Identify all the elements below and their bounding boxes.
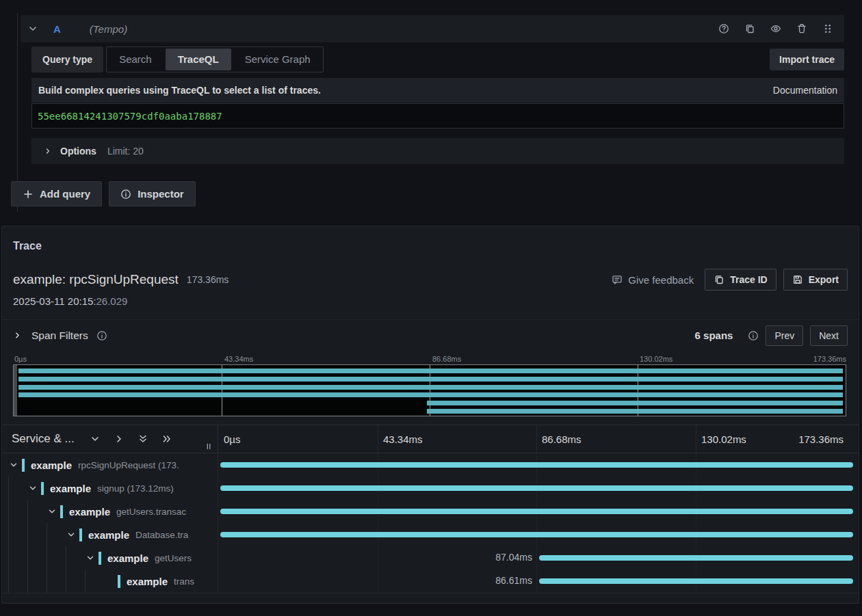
operation-name: rpcSignUpRequest (173. (78, 460, 179, 470)
next-span-button[interactable]: Next (810, 325, 848, 346)
column-resize-handle[interactable] (204, 442, 213, 451)
timeline-tick: 0µs (224, 433, 241, 445)
trace-timestamp: 2025-03-11 20:15:26.029 (13, 295, 127, 307)
span-name-cell[interactable]: example trans (2, 570, 218, 593)
span-bar-cell[interactable]: 86.61ms (218, 570, 859, 593)
service-name: example (50, 483, 91, 494)
trace-header: example: rpcSignUpRequest 173.36ms Give … (13, 267, 848, 292)
timeline-gridline (536, 425, 537, 453)
span-duration-label: 86.61ms (495, 575, 532, 586)
info-circle-icon[interactable] (748, 330, 759, 341)
span-row[interactable]: example signup (173.12ms) (2, 477, 859, 500)
operation-name: signup (173.12ms) (97, 483, 174, 494)
span-name-cell[interactable]: example Database.tra (2, 523, 218, 546)
import-trace-button[interactable]: Import trace (770, 49, 844, 70)
span-row[interactable]: example Database.tra (2, 523, 859, 546)
span-name-cell[interactable]: example getUsers (2, 546, 218, 570)
trace-minimap[interactable] (13, 364, 846, 416)
collapse-one-icon[interactable] (90, 433, 101, 444)
chevron-down-icon[interactable] (86, 553, 95, 563)
minimap-viewport-handle[interactable] (14, 365, 17, 416)
tree-guide-line (8, 477, 9, 593)
chevron-down-icon[interactable] (9, 460, 18, 470)
info-circle-icon[interactable] (96, 330, 107, 341)
documentation-link[interactable]: Documentation (773, 85, 837, 96)
minimap-time-labels: 0µs 43.34ms 86.68ms 130.02ms 173.36ms (13, 355, 846, 364)
span-row[interactable]: example rpcSignUpRequest (173. (2, 453, 859, 477)
inspector-label: Inspector (138, 188, 184, 200)
span-row[interactable]: example getUsers 87.04ms (2, 546, 859, 570)
trace-title: example: rpcSignUpRequest (13, 272, 179, 287)
traceql-info-banner: Build complex queries using TraceQL to s… (31, 78, 844, 103)
tab-traceql[interactable]: TraceQL (166, 49, 231, 70)
service-name: example (107, 552, 148, 564)
collapse-all-icon[interactable] (138, 433, 148, 444)
span-name-cell[interactable]: example getUsers.transac (2, 500, 218, 523)
span-bar-cell[interactable] (218, 523, 859, 546)
export-label: Export (809, 274, 839, 285)
chevron-right-icon[interactable] (44, 147, 52, 155)
give-feedback-link[interactable]: Give feedback (612, 274, 694, 286)
tab-search[interactable]: Search (107, 49, 164, 70)
chevron-right-icon[interactable] (13, 331, 22, 340)
span-row[interactable]: example getUsers.transac (2, 500, 859, 523)
timeline-header: 0µs 43.34ms 86.68ms 130.02ms 173.36ms (218, 425, 859, 453)
options-summary: Limit: 20 (107, 146, 144, 157)
minimap-tick: 130.02ms (640, 355, 672, 363)
chevron-down-icon[interactable] (28, 483, 38, 493)
banner-text: Build complex queries using TraceQL to s… (38, 85, 321, 96)
trace-id-button[interactable]: Trace ID (705, 269, 776, 291)
span-duration-bar[interactable] (220, 509, 853, 514)
trace-panel: Trace example: rpcSignUpRequest 173.36ms… (1, 226, 859, 604)
expand-one-icon[interactable] (114, 433, 125, 444)
span-name-cell[interactable]: example signup (173.12ms) (2, 477, 218, 500)
span-duration-bar[interactable] (220, 532, 853, 537)
copy-icon (714, 274, 724, 285)
query-type-label: Query type (31, 46, 103, 72)
query-row-header[interactable]: A (Tempo) (21, 15, 844, 42)
toggle-visibility-icon[interactable] (770, 23, 781, 34)
chevron-down-icon[interactable] (47, 507, 57, 516)
delete-query-icon[interactable] (796, 23, 807, 34)
export-button[interactable]: Export (783, 269, 848, 291)
span-row[interactable]: example trans 86.61ms (2, 570, 859, 593)
query-ref-id: A (53, 23, 61, 35)
chevron-down-icon[interactable] (27, 23, 38, 34)
span-count: 6 spans (695, 330, 733, 341)
span-name-cell[interactable]: example rpcSignUpRequest (173. (2, 453, 218, 477)
span-duration-label: 87.04ms (495, 552, 532, 563)
span-duration-bar[interactable] (539, 555, 853, 561)
operation-name: Database.tra (135, 530, 188, 540)
timeline-tick: 86.68ms (542, 433, 582, 445)
panel-title: Trace (13, 240, 42, 252)
tree-guide-line (27, 500, 28, 593)
expand-all-icon[interactable] (161, 433, 172, 444)
inspector-button[interactable]: Inspector (109, 181, 196, 206)
duplicate-query-icon[interactable] (744, 23, 755, 34)
service-color-bar (41, 482, 44, 495)
add-query-button[interactable]: Add query (11, 181, 102, 206)
traceql-query-input[interactable]: 55ee66814241307579cdf0aaba178887 (31, 103, 844, 129)
timeline-gridline (378, 425, 378, 453)
minimap-span-bar (18, 385, 843, 390)
datasource-label: (Tempo) (90, 23, 127, 35)
chevron-down-icon[interactable] (66, 530, 76, 539)
prev-span-button[interactable]: Prev (766, 325, 803, 346)
query-actions: Add query Inspector (11, 181, 196, 206)
operation-name: getUsers.transac (116, 507, 186, 517)
tab-service-graph[interactable]: Service Graph (233, 49, 323, 70)
minimap-span-bar (427, 409, 843, 414)
timeline-gridline (696, 425, 696, 453)
help-icon[interactable] (718, 23, 729, 34)
save-icon (792, 274, 803, 285)
span-bar-cell[interactable] (218, 453, 859, 477)
span-duration-bar[interactable] (220, 485, 853, 491)
span-duration-bar[interactable] (220, 462, 853, 468)
span-bar-cell[interactable]: 87.04ms (218, 546, 859, 570)
span-filters-label[interactable]: Span Filters (31, 330, 88, 342)
span-bar-cell[interactable] (218, 477, 859, 500)
query-options-row[interactable]: Options Limit: 20 (31, 138, 844, 164)
span-duration-bar[interactable] (539, 578, 853, 584)
span-bar-cell[interactable] (218, 500, 859, 523)
drag-handle-icon[interactable] (822, 23, 833, 34)
